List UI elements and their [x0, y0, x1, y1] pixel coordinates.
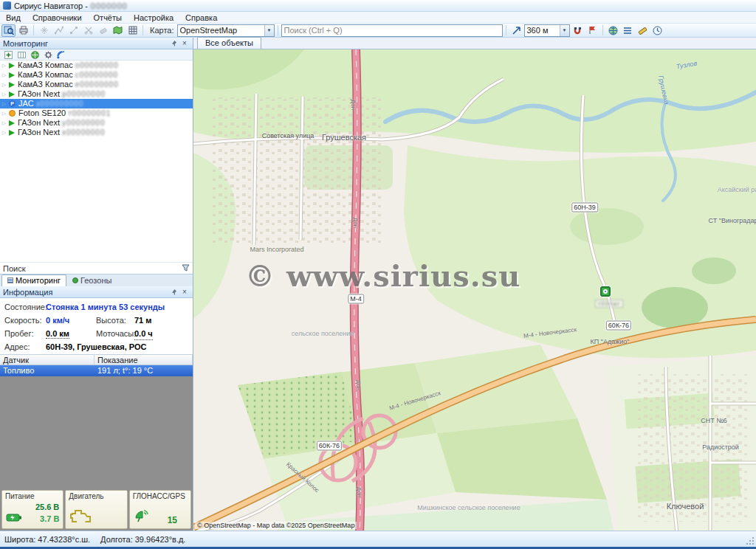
vehicle-name: ГАЗон Next [18, 128, 60, 137]
state-label: Состояние: [4, 300, 46, 314]
nodes-icon [69, 26, 78, 35]
sensor-col-header[interactable]: Датчик [0, 355, 94, 365]
ruler-icon [638, 26, 647, 35]
globe-small-icon[interactable] [29, 50, 41, 60]
ruler-button[interactable] [636, 24, 650, 37]
menu-item[interactable]: Вид [0, 13, 27, 23]
vehicle-marker-label: т000ат [595, 300, 623, 308]
vehicle-status-icon [9, 82, 15, 88]
expander-icon[interactable]: ▷ [0, 80, 8, 89]
sensor-col-header[interactable]: Показание [94, 355, 193, 365]
vehicle-status-icon [9, 120, 15, 126]
print-button[interactable] [16, 24, 30, 37]
search-label: Поиск [3, 264, 182, 273]
menu-item[interactable]: Справочники [27, 13, 88, 23]
speed-value: 0 км/ч [46, 314, 96, 327]
vehicle-name: КамАЗ Компас [18, 70, 73, 80]
voltage-backup: 3.7 В [35, 514, 59, 523]
vehicle-tree: ▷КамАЗ Компасо00000000▷КамАЗ Компасс0000… [0, 61, 193, 262]
flag-button[interactable] [585, 24, 599, 37]
vehicle-plate-masked: с00000000 [75, 70, 119, 80]
expander-icon[interactable]: ▷ [0, 89, 8, 99]
tab-all-objects[interactable]: Все объекты [197, 37, 261, 49]
expander-icon[interactable]: ▷ [0, 108, 8, 118]
title-bar: Сириус Навигатор - 0000000 [0, 0, 756, 12]
menu-item[interactable]: Настройка [128, 13, 179, 23]
layers-button[interactable] [111, 24, 125, 37]
status-bar: Широта: 47.43238°с.ш. Долгота: 39.96423°… [0, 531, 756, 547]
expander-icon[interactable]: ▷ [0, 118, 8, 128]
polyline-icon [55, 26, 63, 35]
map-select[interactable]: OpenStreetMap ▼ [177, 24, 275, 37]
window-title-masked: 0000000 [91, 1, 128, 10]
scale-select[interactable]: 360 м ▼ [524, 24, 570, 37]
vehicle-row[interactable]: ▷КамАЗ Компасо00000000 [0, 61, 193, 70]
vehicle-plate-masked: е00000000 [75, 80, 119, 89]
pan-tool-button[interactable] [37, 24, 51, 37]
globe-icon [608, 26, 618, 35]
vehicle-row[interactable]: ▷ГАЗон Nextх00000000 [0, 128, 193, 137]
close-icon[interactable]: × [179, 38, 190, 48]
filter-funnel-icon[interactable] [182, 264, 190, 273]
motohours-value[interactable]: 0.0 ч [134, 327, 153, 340]
satellite-icon[interactable] [55, 50, 67, 60]
vehicle-row[interactable]: ▷КамАЗ Компасс00000000 [0, 70, 193, 80]
map-mode-button[interactable] [1, 24, 16, 37]
mileage-value[interactable]: 0.0 км [46, 329, 69, 339]
printer-icon [18, 26, 29, 35]
menu-item[interactable]: Справка [179, 13, 223, 23]
draw-route-button[interactable] [52, 24, 66, 37]
clock-button[interactable] [650, 24, 664, 37]
vehicle-name: ГАЗон Next [18, 118, 60, 128]
engine-gauge: Двигатель [65, 490, 127, 529]
chevron-down-icon[interactable]: ▼ [560, 25, 569, 36]
pin-icon[interactable] [169, 287, 179, 297]
add-object-icon[interactable] [2, 50, 14, 60]
address-value: 60Н-39, Грушевская, РОС [46, 340, 146, 353]
erase-route-button[interactable] [96, 24, 110, 37]
monitoring-panel: Мониторинг × ▷КамАЗ Компасо00000000▷К [0, 38, 193, 531]
vehicle-row[interactable]: ▷PJACз000000000 [0, 99, 193, 108]
close-icon[interactable]: × [179, 287, 190, 297]
follow-arrow-icon [512, 26, 521, 35]
magnet-button[interactable] [571, 24, 585, 37]
menu-item[interactable]: Отчёты [88, 13, 128, 23]
satellite-dish-icon [134, 509, 150, 524]
expander-icon[interactable]: ▷ [0, 61, 8, 70]
map-canvas[interactable]: ТузловГрушевкаСоветская улицаГрушевскаяM… [193, 49, 756, 531]
mileage-label: Пробег: [4, 327, 46, 340]
engine-icon [69, 508, 92, 524]
gauge-strip: Питание 25.6 В 3.7 В Двигатель ГЛОНАСС/G… [0, 488, 193, 531]
panel-title: Информация [3, 288, 169, 297]
resize-grip[interactable] [746, 536, 755, 545]
cut-route-button[interactable] [81, 24, 95, 37]
vehicle-row[interactable]: ▷ГАЗон Nextу00000000 [0, 118, 193, 128]
chevron-down-icon[interactable]: ▼ [264, 25, 274, 36]
sensor-row[interactable]: Топливо 191 л; t°: 19 °C [0, 365, 193, 376]
panel-tab[interactable]: Мониторинг [1, 274, 66, 286]
edit-nodes-button[interactable] [66, 24, 80, 37]
scissors-icon [84, 26, 93, 35]
vehicle-plate-masked: з000000000 [36, 99, 84, 108]
expander-icon[interactable]: ▷ [0, 128, 8, 137]
columns-icon[interactable] [16, 50, 27, 60]
vehicle-status-icon [9, 110, 16, 117]
vehicle-row[interactable]: ▷КамАЗ Компасе00000000 [0, 80, 193, 89]
motohours-label: Моточасы: [96, 327, 134, 340]
search-input[interactable] [281, 24, 503, 37]
vehicle-row[interactable]: ▷ГАЗон Nextр00000000 [0, 89, 193, 99]
vehicle-name: Foton SE120 [18, 108, 66, 118]
grid-button[interactable] [126, 24, 140, 37]
menu-bar: ВидСправочникиОтчётыНастройкаСправка [0, 12, 756, 24]
vehicle-marker[interactable] [600, 286, 611, 297]
expander-icon[interactable]: ▷ [0, 70, 8, 80]
pin-icon[interactable] [169, 38, 179, 48]
globe-button[interactable] [606, 24, 620, 37]
panel-tab[interactable]: Геозоны [66, 274, 117, 286]
follow-object-button[interactable] [509, 24, 523, 37]
expander-icon[interactable]: ▷ [0, 99, 8, 108]
list-button[interactable] [621, 24, 635, 37]
vehicle-row[interactable]: ▷Foton SE120т00000001 [0, 108, 193, 118]
settings-gear-icon[interactable] [42, 50, 54, 60]
flag-icon [588, 26, 597, 35]
